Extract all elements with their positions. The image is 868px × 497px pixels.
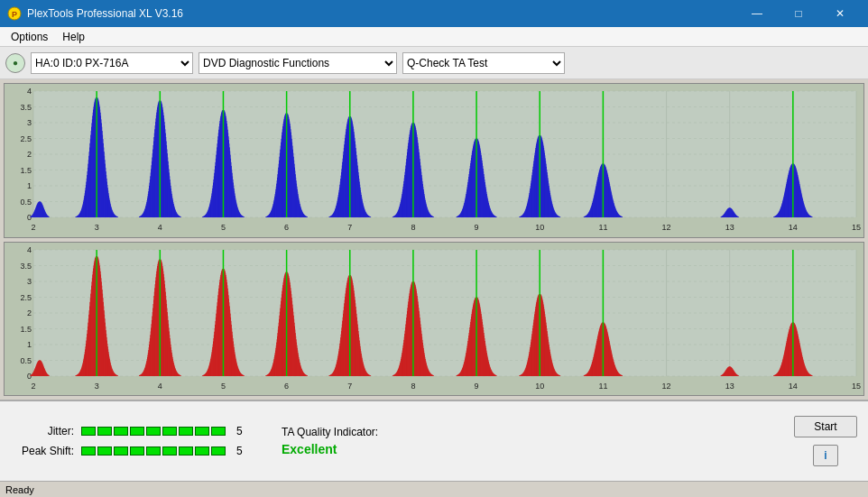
bar-segment — [162, 446, 177, 456]
info-button[interactable]: i — [813, 445, 838, 466]
window-controls: — □ ✕ — [736, 0, 861, 27]
bar-segment — [179, 427, 193, 436]
charts-area — [0, 79, 868, 400]
quality-label: TA Quality Indicator: — [282, 426, 378, 438]
metrics-bar: Jitter: 5 Peak Shift: 5 TA Quality Indic… — [0, 400, 868, 481]
menu-options[interactable]: Options — [4, 29, 55, 45]
jitter-bars — [81, 427, 226, 436]
drive-selector[interactable]: HA:0 ID:0 PX-716A — [31, 52, 193, 74]
bottom-statusbar: Ready — [0, 481, 868, 497]
action-section: Start i — [794, 416, 857, 466]
peak-shift-label: Peak Shift: — [11, 445, 74, 457]
peak-shift-value: 5 — [236, 445, 243, 457]
bar-segment — [162, 427, 177, 436]
close-button[interactable]: ✕ — [819, 0, 861, 27]
titlebar: P PlexTools Professional XL V3.16 — □ ✕ — [0, 0, 868, 27]
status-text: Ready — [5, 484, 34, 495]
bar-segment — [97, 427, 112, 436]
quality-section: TA Quality Indicator: Excellent — [282, 426, 378, 456]
start-button[interactable]: Start — [794, 416, 857, 437]
metrics-section: Jitter: 5 Peak Shift: 5 — [11, 425, 263, 457]
peak-shift-bars — [81, 446, 226, 456]
quality-value: Excellent — [282, 442, 337, 456]
bar-segment — [146, 446, 161, 456]
bar-segment — [130, 446, 144, 456]
function-selector[interactable]: DVD Diagnostic Functions — [199, 52, 397, 74]
maximize-button[interactable]: □ — [778, 0, 819, 27]
bar-segment — [195, 446, 209, 456]
drive-status-icon: ● — [5, 53, 25, 73]
bottom-chart — [4, 242, 864, 397]
main-area: Jitter: 5 Peak Shift: 5 TA Quality Indic… — [0, 79, 868, 497]
minimize-button[interactable]: — — [736, 0, 778, 27]
bar-segment — [130, 427, 144, 436]
peak-shift-row: Peak Shift: 5 — [11, 445, 263, 457]
test-selector[interactable]: Q-Check TA Test — [402, 52, 565, 74]
menu-help[interactable]: Help — [55, 29, 92, 45]
app-title: PlexTools Professional XL V3.16 — [27, 7, 736, 20]
bar-segment — [81, 427, 96, 436]
app-icon: P — [7, 6, 22, 21]
jitter-value: 5 — [236, 425, 243, 437]
top-chart — [4, 83, 864, 238]
bar-segment — [114, 427, 128, 436]
jitter-row: Jitter: 5 — [11, 425, 263, 437]
bar-segment — [114, 446, 128, 456]
jitter-label: Jitter: — [11, 425, 74, 437]
menubar: Options Help — [0, 27, 868, 47]
svg-text:P: P — [12, 10, 17, 19]
bar-segment — [81, 446, 96, 456]
bottom-chart-canvas — [5, 243, 863, 396]
bar-segment — [195, 427, 209, 436]
bar-segment — [179, 446, 193, 456]
top-chart-canvas — [5, 84, 863, 237]
bar-segment — [211, 446, 226, 456]
toolbar: ● HA:0 ID:0 PX-716A DVD Diagnostic Funct… — [0, 47, 868, 79]
bar-segment — [97, 446, 112, 456]
bar-segment — [211, 427, 226, 436]
bar-segment — [146, 427, 161, 436]
